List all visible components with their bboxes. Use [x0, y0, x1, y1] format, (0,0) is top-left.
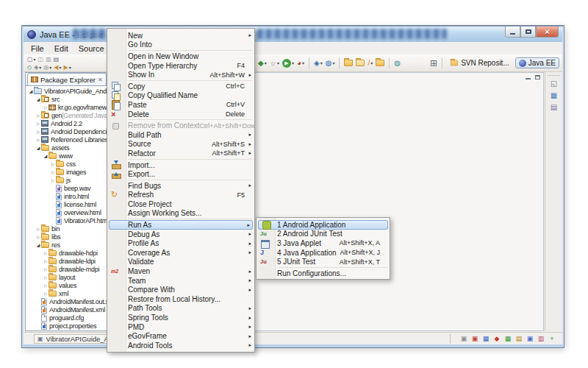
tree-item-referenced-libraries[interactable]: ▷Referenced Libraries — [26, 135, 120, 144]
menubar-item-source[interactable]: Source — [74, 43, 110, 54]
outline-icon[interactable]: ▦ — [549, 91, 559, 100]
annotate-icon[interactable]: /▾ — [367, 57, 373, 69]
new-wizard-icon[interactable]: ◈▾ — [313, 57, 323, 69]
collapsed-twisty-icon[interactable]: ▷ — [35, 235, 41, 239]
debug-icon[interactable]: ◆▾ — [257, 57, 268, 69]
collapsed-twisty-icon[interactable]: ▷ — [35, 227, 41, 231]
expanded-twisty-icon[interactable]: ◢ — [35, 145, 41, 150]
minimize-view-icon[interactable] — [525, 74, 531, 80]
menu-item-android-tools[interactable]: Android Tools▸ — [107, 341, 254, 350]
menu-item-coverage-as[interactable]: Coverage As▸ — [107, 248, 254, 258]
tasks-icon[interactable]: ▤ — [549, 102, 559, 112]
export-resources-icon[interactable] — [375, 57, 385, 69]
maximize-button[interactable] — [520, 26, 536, 38]
tree-item-www[interactable]: ◢www — [26, 152, 120, 160]
menu-item-open-type-hierarchy[interactable]: Open Type HierarchyF4 — [107, 61, 254, 71]
menu-item-assign-working-sets[interactable]: Assign Working Sets... — [107, 209, 254, 219]
windows-icon[interactable]: ▦ — [481, 334, 490, 343]
run-icon[interactable]: ▶▾ — [282, 57, 295, 69]
tree-item-intro-html[interactable]: intro.html — [26, 192, 120, 200]
tree-item-bin[interactable]: ▷bin — [26, 224, 120, 233]
clipboard-icon[interactable]: ▤ — [514, 334, 523, 343]
menu-item-source[interactable]: SourceAlt+Shift+S▸ — [107, 140, 254, 149]
tree-item-libs[interactable]: ▷libs — [26, 233, 120, 241]
tree-item-gen[interactable]: ▷gen [Generated Java Files] — [26, 111, 120, 119]
console-icon[interactable]: ▣ — [459, 334, 468, 343]
menu-item-team[interactable]: Team▸ — [107, 276, 254, 286]
new-file-icon[interactable]: ▢▾ — [26, 55, 37, 63]
menu-item-show-in[interactable]: Show InAlt+Shift+W▸ — [107, 70, 254, 79]
menubar-item-edit[interactable]: Edit — [49, 43, 74, 54]
menu-item-open-in-new-window[interactable]: Open in New Window — [107, 52, 254, 61]
collapsed-twisty-icon[interactable]: ▷ — [43, 105, 49, 110]
search-icon[interactable]: ◎▾ — [43, 63, 52, 71]
save-all-icon[interactable]: ▥ — [45, 55, 52, 63]
menu-item-copy[interactable]: CopyCtrl+C — [107, 82, 254, 91]
maximize-view-icon[interactable] — [534, 74, 541, 80]
web-browser-icon[interactable]: ◍ — [393, 57, 401, 69]
menubar-item-file[interactable]: File — [26, 43, 49, 54]
menu-item-validate[interactable]: Validate — [107, 258, 254, 267]
collapsed-twisty-icon[interactable]: ▷ — [35, 121, 41, 126]
tree-item-android-2-2[interactable]: ▷Android 2.2 — [26, 119, 120, 127]
tree-item-layout[interactable]: ▷layout — [26, 273, 120, 281]
tree-item-androidmanifest-out-xml[interactable]: AndroidManifest.out.xml — [26, 297, 120, 305]
menu-item-profile-as[interactable]: Profile As▸ — [107, 238, 254, 248]
collapsed-twisty-icon[interactable]: ▷ — [43, 283, 49, 288]
menu-item-restore-from-local-history[interactable]: Restore from Local History... — [107, 294, 254, 304]
collapsed-twisty-icon[interactable]: ▷ — [43, 275, 49, 280]
tree-item-images[interactable]: ▷images — [26, 168, 120, 176]
perspective-svn-repository[interactable]: SVN Reposit... — [446, 57, 513, 68]
tree-item-kr-go-egovframework-h[interactable]: ▷kr.go.egovframework.h — [26, 103, 120, 111]
ddms-icon[interactable]: ◆ — [492, 334, 501, 343]
devices-icon[interactable]: ▥ — [537, 334, 545, 343]
titlebar[interactable]: Java EE - Eclipse × — [24, 26, 562, 42]
menu-item-debug-as[interactable]: Debug As▸ — [107, 230, 254, 239]
network-icon[interactable]: + — [548, 334, 556, 343]
tree-item-android-dependencies[interactable]: ▷Android Dependencies — [26, 127, 120, 135]
java-element-icon[interactable]: ◇ — [26, 63, 32, 71]
tree-item-css[interactable]: ▷css — [26, 160, 120, 168]
tree-item-drawable-mdpi[interactable]: ▷drawable-mdpi — [26, 265, 120, 273]
menu-item-copy-qualified-name[interactable]: Copy Qualified Name — [107, 91, 254, 101]
tree-item-src[interactable]: ◢src — [26, 95, 120, 103]
expanded-twisty-icon[interactable]: ◢ — [28, 88, 34, 93]
collapsed-twisty-icon[interactable]: ▷ — [35, 138, 41, 142]
tab-package-explorer[interactable]: Package Explorer ✕ — [27, 73, 107, 85]
tree-item-values[interactable]: ▷values — [26, 281, 120, 289]
expanded-twisty-icon[interactable]: ◢ — [35, 96, 41, 102]
tree-item-js[interactable]: ▷js — [26, 176, 120, 184]
menu-item-5-junit-test[interactable]: Ju5 JUnit TestAlt+Shift+X, T — [257, 257, 390, 266]
menu-item-build-path[interactable]: Build Path▸ — [107, 130, 254, 140]
perspective-java-ee[interactable]: Java EE — [515, 57, 559, 68]
restore-view-icon[interactable]: ◱ — [549, 79, 559, 88]
problems-icon[interactable]: ▣ — [470, 334, 479, 343]
emulator-icon[interactable]: ▦ — [503, 334, 512, 343]
tree-item-drawable-ldpi[interactable]: ▷drawable-ldpi — [26, 257, 120, 265]
menu-item-paste[interactable]: PasteCtrl+V — [107, 100, 254, 110]
menu-item-2-android-junit-test[interactable]: Ju2 Android JUnit Test — [257, 230, 390, 239]
menu-item-new[interactable]: New▸ — [107, 31, 254, 40]
display-icon[interactable]: ▣ — [526, 334, 534, 343]
menu-item-go-into[interactable]: Go Into — [107, 40, 254, 50]
menu-item-pmd[interactable]: PMD▸ — [107, 322, 254, 332]
drag-grip[interactable] — [548, 74, 560, 76]
collapsed-twisty-icon[interactable]: ▷ — [43, 291, 49, 296]
collapsed-twisty-icon[interactable]: ▷ — [43, 267, 49, 272]
collapsed-twisty-icon[interactable]: ▷ — [35, 113, 41, 118]
forward-icon[interactable]: ▶▾ — [63, 63, 72, 71]
menu-item-compare-with[interactable]: Compare With▸ — [107, 285, 254, 294]
open-perspective-icon[interactable]: ⊞ — [429, 59, 438, 67]
menu-item-export[interactable]: Export... — [107, 169, 254, 179]
menu-item-find-bugs[interactable]: Find Bugs▸ — [107, 181, 254, 191]
close-button[interactable]: × — [536, 26, 559, 38]
menu-item-import[interactable]: Import... — [107, 160, 254, 170]
open-type-icon[interactable]: ◈▾ — [33, 63, 42, 71]
collapsed-twisty-icon[interactable]: ▷ — [50, 178, 56, 183]
tree-item-overview-html[interactable]: overview.html — [26, 208, 120, 216]
back-icon[interactable]: ◀▾ — [53, 63, 62, 71]
menu-item-path-tools[interactable]: Path Tools▸ — [107, 304, 254, 314]
tree-item-beep-wav[interactable]: beep.wav — [26, 184, 120, 192]
profile-icon[interactable]: ◕▾ — [296, 57, 305, 69]
open-folder-icon[interactable] — [343, 57, 354, 69]
